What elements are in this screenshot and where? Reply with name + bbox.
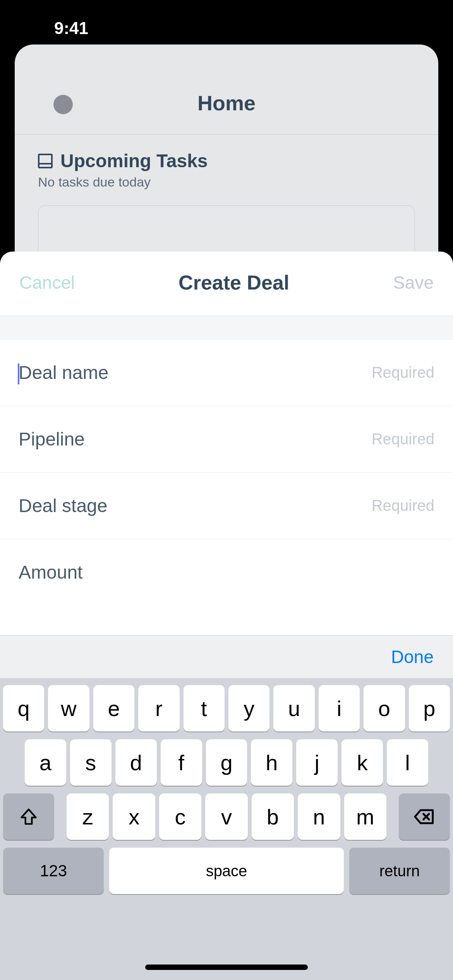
- field-label: Amount: [19, 562, 82, 583]
- key-a[interactable]: a: [25, 739, 66, 786]
- key-j[interactable]: j: [296, 739, 338, 786]
- cancel-button[interactable]: Cancel: [19, 272, 75, 293]
- deal-stage-field[interactable]: Deal stage Required: [0, 473, 453, 539]
- tasks-subtitle: No tasks due today: [38, 175, 415, 190]
- key-k[interactable]: k: [341, 739, 383, 786]
- key-l[interactable]: l: [387, 739, 428, 786]
- key-d[interactable]: d: [115, 739, 157, 786]
- key-v[interactable]: v: [205, 793, 247, 840]
- deal-name-label-text: Deal name: [19, 362, 108, 383]
- numeric-key[interactable]: 123: [3, 848, 104, 894]
- pipeline-field[interactable]: Pipeline Required: [0, 406, 453, 473]
- key-e[interactable]: e: [93, 685, 134, 732]
- key-u[interactable]: u: [273, 685, 314, 732]
- shift-icon: [19, 807, 38, 826]
- amount-field[interactable]: Amount: [0, 539, 453, 595]
- text-cursor-icon: [18, 363, 19, 384]
- required-hint: Required: [372, 364, 434, 381]
- key-i[interactable]: i: [319, 685, 360, 732]
- home-header: Home: [15, 45, 438, 135]
- save-button[interactable]: Save: [393, 272, 434, 293]
- key-b[interactable]: b: [252, 793, 294, 840]
- field-label: Deal stage: [19, 495, 107, 516]
- key-g[interactable]: g: [206, 739, 247, 786]
- shift-key[interactable]: [3, 793, 54, 840]
- device-frame: 9:41 Home Upcoming Tasks No tasks due to…: [0, 0, 453, 980]
- task-list-icon: [38, 154, 53, 168]
- keyboard-row-1: q w e r t y u i o p: [3, 685, 450, 732]
- sheet-header: Cancel Create Deal Save: [0, 252, 453, 316]
- backspace-icon: [413, 805, 436, 828]
- keyboard-row-3: z x c v b n m: [3, 793, 450, 840]
- key-s[interactable]: s: [70, 739, 112, 786]
- key-y[interactable]: y: [228, 685, 269, 732]
- backspace-key[interactable]: [399, 793, 450, 840]
- key-m[interactable]: m: [344, 793, 386, 840]
- key-c[interactable]: c: [159, 793, 201, 840]
- keyboard-toolbar: Done: [0, 635, 453, 678]
- home-indicator[interactable]: [145, 965, 308, 970]
- deal-name-field[interactable]: Deal name Required: [0, 339, 453, 406]
- key-o[interactable]: o: [364, 685, 405, 732]
- keyboard-done-button[interactable]: Done: [391, 646, 434, 667]
- key-x[interactable]: x: [113, 793, 155, 840]
- status-time: 9:41: [54, 19, 88, 38]
- row3-letters: z x c v b n m: [67, 793, 386, 840]
- return-key[interactable]: return: [349, 848, 450, 894]
- keyboard-row-4: 123 space return: [3, 848, 450, 894]
- keyboard-keys: q w e r t y u i o p a s d f g h j k l: [0, 678, 453, 906]
- status-bar: 9:41: [0, 0, 453, 43]
- tasks-heading: Upcoming Tasks: [38, 150, 415, 171]
- sheet-spacer: [0, 316, 453, 339]
- field-label: Pipeline: [19, 428, 85, 450]
- key-h[interactable]: h: [251, 739, 292, 786]
- required-hint: Required: [372, 497, 434, 514]
- avatar-dot-icon: [53, 95, 73, 114]
- key-w[interactable]: w: [48, 685, 89, 732]
- field-label: Deal name: [19, 362, 108, 383]
- key-z[interactable]: z: [67, 793, 109, 840]
- sheet-title: Create Deal: [178, 271, 289, 294]
- required-hint: Required: [372, 430, 434, 448]
- page-title: Home: [30, 91, 423, 115]
- key-r[interactable]: r: [138, 685, 179, 732]
- key-f[interactable]: f: [161, 739, 202, 786]
- key-p[interactable]: p: [409, 685, 450, 732]
- keyboard-area: Done q w e r t y u i o p a s d f g h: [0, 635, 453, 980]
- key-t[interactable]: t: [184, 685, 225, 732]
- space-key[interactable]: space: [109, 848, 344, 894]
- keyboard-row-2: a s d f g h j k l: [3, 739, 450, 786]
- home-indicator-area: [0, 906, 453, 980]
- key-n[interactable]: n: [298, 793, 340, 840]
- tasks-title: Upcoming Tasks: [60, 150, 208, 171]
- key-q[interactable]: q: [3, 685, 44, 732]
